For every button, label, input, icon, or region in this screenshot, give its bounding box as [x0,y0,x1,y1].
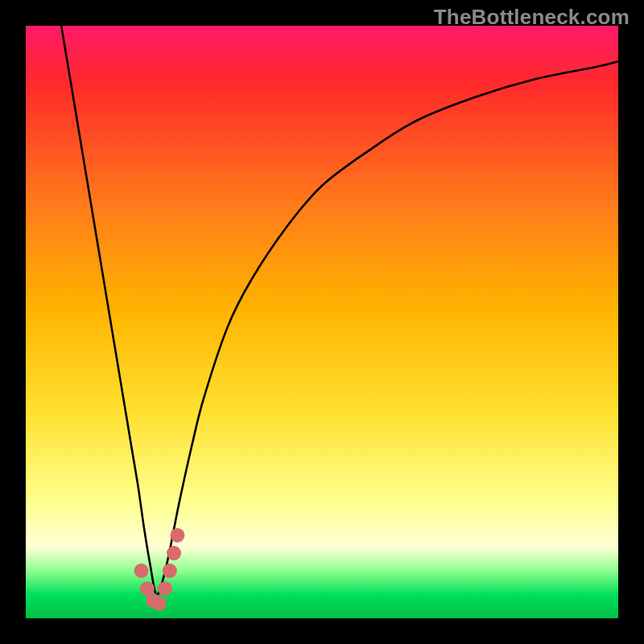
plot-area [26,26,618,618]
gradient-background [26,26,618,618]
outer-frame: TheBottleneck.com [0,0,644,644]
sample-dot [170,528,184,543]
sample-dot [167,546,181,560]
watermark-text: TheBottleneck.com [434,5,630,30]
sample-dot [152,597,167,611]
sample-dot [163,564,177,578]
sample-dot [158,581,172,596]
sample-dot [134,564,149,578]
bottleneck-chart [26,26,618,618]
